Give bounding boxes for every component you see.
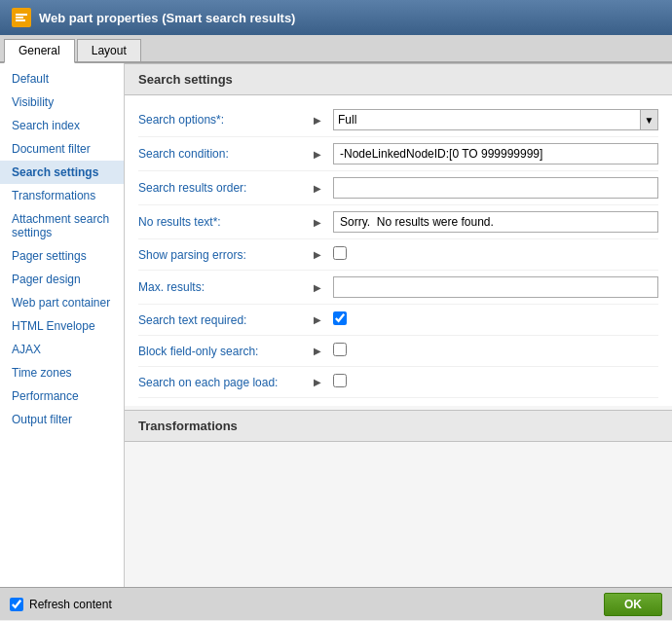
ok-button[interactable]: OK bbox=[604, 593, 662, 616]
sidebar-item-web-part-container[interactable]: Web part container bbox=[0, 291, 124, 314]
search-text-required-label: Search text required: bbox=[138, 313, 314, 327]
sidebar-item-attachment-search[interactable]: Attachment search settings bbox=[0, 207, 124, 244]
arrow-icon-1: ▶ bbox=[314, 149, 333, 160]
show-parsing-errors-checkbox[interactable] bbox=[333, 246, 347, 260]
search-on-page-load-label: Search on each page load: bbox=[138, 376, 314, 389]
sidebar-label: Default bbox=[12, 72, 49, 86]
show-parsing-errors-label: Show parsing errors: bbox=[138, 248, 314, 262]
show-parsing-errors-control bbox=[333, 246, 658, 263]
search-settings-header: Search settings bbox=[125, 63, 672, 95]
search-results-order-row: Search results order: ▶ bbox=[138, 171, 658, 205]
refresh-content-label: Refresh content bbox=[29, 598, 112, 611]
main-layout: Default Visibility Search index Document… bbox=[0, 63, 672, 587]
sidebar-label: HTML Envelope bbox=[12, 319, 95, 333]
max-results-input[interactable] bbox=[333, 276, 658, 298]
max-results-control bbox=[333, 276, 658, 298]
sidebar-item-search-index[interactable]: Search index bbox=[0, 114, 124, 137]
transformations-header: Transformations bbox=[125, 410, 672, 442]
arrow-icon-0: ▶ bbox=[314, 115, 333, 126]
sidebar-label: Pager settings bbox=[12, 249, 87, 263]
sidebar-label: Time zones bbox=[12, 366, 72, 380]
search-options-row: Search options*: ▶ Full Basic Advanced ▼ bbox=[138, 103, 658, 137]
search-options-select-wrap: Full Basic Advanced ▼ bbox=[333, 109, 658, 130]
svg-rect-2 bbox=[16, 17, 23, 18]
arrow-icon-6: ▶ bbox=[314, 314, 333, 325]
sidebar-item-performance[interactable]: Performance bbox=[0, 384, 124, 408]
search-condition-input[interactable] bbox=[333, 143, 658, 164]
search-settings-form: Search options*: ▶ Full Basic Advanced ▼… bbox=[125, 95, 672, 406]
sidebar-item-default[interactable]: Default bbox=[0, 67, 124, 91]
max-results-label: Max. results: bbox=[138, 280, 314, 294]
search-condition-control bbox=[333, 143, 658, 164]
search-on-page-load-checkbox[interactable] bbox=[333, 374, 347, 387]
sidebar-item-transformations[interactable]: Transformations bbox=[0, 184, 124, 207]
arrow-icon-4: ▶ bbox=[314, 249, 333, 260]
sidebar-item-html-envelope[interactable]: HTML Envelope bbox=[0, 314, 124, 338]
sidebar-label: Output filter bbox=[12, 413, 72, 426]
max-results-row: Max. results: ▶ bbox=[138, 271, 658, 305]
sidebar-item-ajax[interactable]: AJAX bbox=[0, 338, 124, 361]
sidebar-item-visibility[interactable]: Visibility bbox=[0, 91, 124, 114]
arrow-icon-5: ▶ bbox=[314, 282, 333, 293]
sidebar-label: Performance bbox=[12, 389, 79, 403]
content-area: Search settings Search options*: ▶ Full … bbox=[125, 63, 672, 587]
bottom-bar: Refresh content OK bbox=[0, 587, 672, 620]
no-results-text-input[interactable] bbox=[333, 211, 658, 233]
search-options-select[interactable]: Full Basic Advanced bbox=[333, 109, 641, 130]
sidebar-item-pager-design[interactable]: Pager design bbox=[0, 268, 124, 291]
search-on-page-load-row: Search on each page load: ▶ bbox=[138, 367, 658, 398]
search-results-order-control bbox=[333, 177, 658, 199]
sidebar-label: Pager design bbox=[12, 273, 81, 286]
arrow-icon-8: ▶ bbox=[314, 377, 333, 387]
search-options-label: Search options*: bbox=[138, 113, 314, 127]
block-field-only-control bbox=[333, 343, 658, 359]
sidebar-item-document-filter[interactable]: Document filter bbox=[0, 137, 124, 161]
block-field-only-label: Block field-only search: bbox=[138, 345, 314, 358]
app-icon bbox=[12, 8, 31, 27]
block-field-only-row: Block field-only search: ▶ bbox=[138, 336, 658, 367]
search-condition-label: Search condition: bbox=[138, 147, 314, 161]
show-parsing-errors-row: Show parsing errors: ▶ bbox=[138, 239, 658, 271]
no-results-text-control bbox=[333, 211, 658, 233]
search-results-order-input[interactable] bbox=[333, 177, 658, 199]
sidebar-label: Web part container bbox=[12, 296, 110, 310]
tab-bar: General Layout bbox=[0, 35, 672, 63]
title-bar: Web part properties (Smart search result… bbox=[0, 0, 672, 35]
sidebar-label: AJAX bbox=[12, 343, 41, 356]
no-results-text-row: No results text*: ▶ bbox=[138, 205, 658, 239]
search-text-required-row: Search text required: ▶ bbox=[138, 305, 658, 336]
arrow-icon-7: ▶ bbox=[314, 346, 333, 356]
sidebar-item-pager-settings[interactable]: Pager settings bbox=[0, 244, 124, 268]
sidebar-label: Attachment search settings bbox=[12, 212, 109, 239]
sidebar-item-time-zones[interactable]: Time zones bbox=[0, 361, 124, 384]
arrow-icon-3: ▶ bbox=[314, 217, 333, 228]
tab-layout[interactable]: Layout bbox=[77, 39, 141, 61]
search-condition-row: Search condition: ▶ bbox=[138, 137, 658, 171]
tab-general[interactable]: General bbox=[4, 39, 75, 63]
sidebar-label: Transformations bbox=[12, 189, 95, 202]
search-text-required-checkbox[interactable] bbox=[333, 311, 347, 325]
svg-rect-1 bbox=[16, 14, 27, 16]
dropdown-arrow-icon[interactable]: ▼ bbox=[641, 109, 658, 130]
refresh-content-checkbox[interactable] bbox=[10, 598, 23, 611]
search-options-control: Full Basic Advanced ▼ bbox=[333, 109, 658, 130]
sidebar-item-search-settings[interactable]: Search settings bbox=[0, 161, 124, 184]
sidebar-label: Document filter bbox=[12, 142, 91, 156]
search-text-required-control bbox=[333, 311, 658, 328]
search-results-order-label: Search results order: bbox=[138, 181, 314, 195]
sidebar-item-output-filter[interactable]: Output filter bbox=[0, 408, 124, 431]
no-results-text-label: No results text*: bbox=[138, 215, 314, 229]
refresh-check-area: Refresh content bbox=[10, 598, 112, 611]
sidebar-label: Visibility bbox=[12, 95, 54, 109]
arrow-icon-2: ▶ bbox=[314, 183, 333, 194]
transformations-section: Transformations bbox=[125, 410, 672, 442]
window-title: Web part properties (Smart search result… bbox=[39, 11, 295, 25]
sidebar-label: Search index bbox=[12, 119, 80, 132]
sidebar-label: Search settings bbox=[12, 165, 98, 179]
svg-rect-3 bbox=[16, 19, 25, 21]
block-field-only-checkbox[interactable] bbox=[333, 343, 347, 356]
sidebar: Default Visibility Search index Document… bbox=[0, 63, 125, 587]
search-on-page-load-control bbox=[333, 374, 658, 390]
